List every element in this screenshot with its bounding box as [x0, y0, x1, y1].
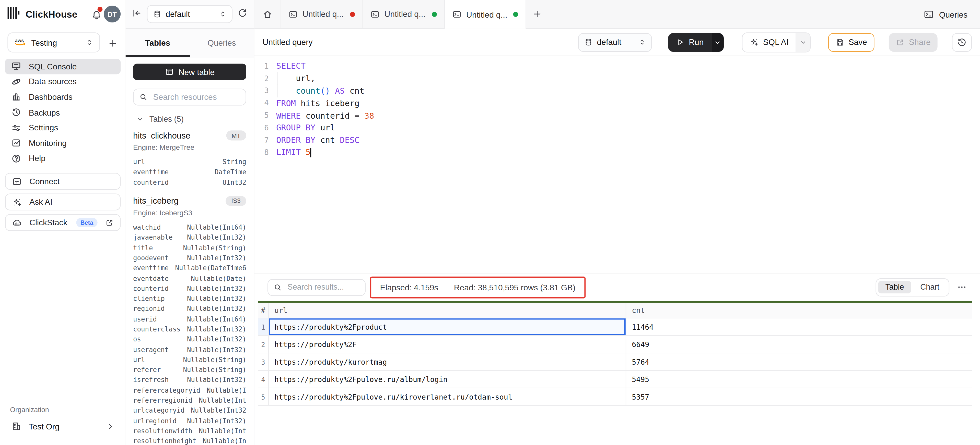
column-row[interactable]: clientip Nullable(Int32) — [133, 293, 246, 304]
org-switcher[interactable]: Test Org — [5, 418, 121, 434]
code-line[interactable]: 7ORDER BY cnt DESC — [255, 134, 980, 146]
code-line[interactable]: 2 url, — [255, 72, 980, 84]
cnt-cell[interactable]: 6649 — [626, 336, 972, 353]
row-number-cell[interactable]: 5 — [258, 388, 269, 405]
table-row[interactable]: 4 https://produkty%2Fpulove.ru/album/log… — [258, 371, 972, 388]
sql-ai-options-button[interactable] — [795, 33, 810, 51]
url-cell[interactable]: https://produkty%2Fpulove.ru/album/login — [269, 371, 626, 388]
cnt-cell[interactable]: 5495 — [626, 371, 972, 388]
column-row[interactable]: referer Nullable(String) — [133, 364, 246, 375]
results-search[interactable] — [267, 279, 366, 296]
column-row[interactable]: eventtime DateTime — [133, 167, 246, 177]
collapse-panel-button[interactable] — [132, 8, 142, 21]
row-number-cell[interactable]: 1 — [258, 318, 269, 335]
code-line[interactable]: 3 count() AS cnt — [255, 85, 980, 97]
column-row[interactable]: eventdate Nullable(Date) — [133, 273, 246, 283]
column-row[interactable]: isrefresh Nullable(Int32) — [133, 375, 246, 385]
url-cell[interactable]: https://produkty%2Fpulove.ru/kiroverlane… — [269, 388, 626, 405]
resource-search[interactable] — [133, 89, 246, 105]
column-row[interactable]: javaenable Nullable(Int32) — [133, 233, 246, 243]
new-table-button[interactable]: New table — [133, 64, 246, 80]
code-line[interactable]: 1SELECT — [255, 60, 980, 72]
table-row[interactable]: 2 https://produkty%2F 6649 — [258, 336, 972, 353]
run-options-button[interactable] — [712, 33, 724, 51]
query-title[interactable]: Untitled query — [262, 38, 313, 47]
url-cell[interactable]: https://produkty%2F — [269, 336, 626, 353]
column-row[interactable]: title Nullable(String) — [133, 242, 246, 253]
avatar[interactable]: DT — [104, 6, 121, 22]
sidebar-item-backups[interactable]: Backups — [5, 105, 121, 120]
column-row[interactable]: url Nullable(String) — [133, 355, 246, 364]
code-line[interactable]: 5WHERE counterid = 38 — [255, 109, 980, 122]
header-cnt[interactable]: cnt — [626, 303, 972, 318]
code-line[interactable]: 8LIMIT 5 — [255, 146, 980, 159]
cnt-cell[interactable]: 5764 — [626, 353, 972, 370]
sidebar-item-data-sources[interactable]: Data sources — [5, 74, 121, 89]
table-row[interactable]: 3 https://produkty/kurortmag 5764 — [258, 353, 972, 371]
editor-tab[interactable]: Untitled q... — [363, 0, 444, 28]
home-button[interactable] — [255, 0, 281, 28]
column-row[interactable]: eventtime Nullable(DateTime6 — [133, 263, 246, 273]
save-button[interactable]: Save — [828, 33, 875, 51]
share-button[interactable]: Share — [889, 33, 938, 51]
sql-editor[interactable]: 1SELECT2 url,3 count() AS cnt4FROM hits_… — [255, 56, 980, 273]
ask-ai-button[interactable]: Ask AI — [5, 193, 121, 210]
column-row[interactable]: counterclass Nullable(Int32) — [133, 324, 246, 334]
row-number-cell[interactable]: 4 — [258, 371, 269, 388]
queries-button[interactable]: Queries — [924, 0, 967, 29]
column-row[interactable]: regionid Nullable(Int32) — [133, 304, 246, 314]
code-line[interactable]: 4FROM hits_iceberg — [255, 97, 980, 109]
workspace-selector[interactable]: aws Testing — [7, 32, 100, 52]
results-more-button[interactable] — [957, 282, 967, 292]
column-row[interactable]: urlregionid Nullable(Int32) — [133, 415, 246, 426]
sql-ai-button[interactable]: SQL AI — [742, 33, 795, 51]
column-row[interactable]: referercategoryid Nullable(I — [133, 385, 246, 395]
column-row[interactable]: counterid UInt32 — [133, 177, 246, 187]
sidebar-item-sql-console[interactable]: SQL Console — [5, 59, 121, 74]
column-row[interactable]: refererregionid Nullable(Int — [133, 395, 246, 405]
brand[interactable]: ClickHouse — [7, 7, 77, 21]
resource-search-input[interactable] — [152, 92, 240, 103]
sidebar-item-help[interactable]: Help — [5, 151, 121, 166]
column-row[interactable]: urlcategoryid Nullable(Int32 — [133, 405, 246, 415]
add-workspace-button[interactable] — [106, 37, 119, 49]
sidebar-item-monitoring[interactable]: Monitoring — [5, 136, 121, 151]
column-row[interactable]: counterid Nullable(Int32) — [133, 283, 246, 293]
column-row[interactable]: watchid Nullable(Int64) — [133, 222, 246, 233]
notifications-button[interactable] — [89, 8, 103, 22]
cnt-cell[interactable]: 5357 — [626, 388, 972, 405]
run-button[interactable]: Run — [668, 33, 712, 51]
tab-tables[interactable]: Tables — [126, 29, 190, 57]
row-number-cell[interactable]: 2 — [258, 336, 269, 353]
column-row[interactable]: resolutionheight Nullable(In — [133, 436, 246, 445]
column-row[interactable]: os Nullable(Int32) — [133, 334, 246, 344]
header-row-number[interactable]: # — [258, 303, 269, 318]
table-row[interactable]: 1 https://produkty%2Fproduct 11464 — [258, 318, 972, 336]
sidebar-item-dashboards[interactable]: Dashboards — [5, 89, 121, 105]
database-selector[interactable]: default — [147, 5, 232, 23]
editor-tab[interactable]: Untitled q... — [444, 0, 526, 29]
url-cell[interactable]: https://produkty%2Fproduct — [269, 318, 626, 335]
column-row[interactable]: url String — [133, 157, 246, 167]
table-header[interactable]: hits_clickhouse MT — [133, 130, 246, 140]
cnt-cell[interactable]: 11464 — [626, 318, 972, 335]
tab-queries[interactable]: Queries — [189, 29, 254, 57]
editor-tab[interactable]: Untitled q... — [280, 0, 362, 28]
chart-view-button[interactable]: Chart — [913, 281, 947, 293]
column-row[interactable]: resolutionwidth Nullable(Int — [133, 426, 246, 436]
query-database-selector[interactable]: default — [578, 33, 652, 51]
refresh-button[interactable] — [238, 8, 248, 21]
header-url[interactable]: url — [269, 303, 626, 318]
column-row[interactable]: userid Nullable(Int64) — [133, 314, 246, 324]
new-tab-button[interactable] — [526, 0, 547, 28]
row-number-cell[interactable]: 3 — [258, 353, 269, 370]
connect-button[interactable]: Connect — [5, 173, 121, 190]
table-header[interactable]: hits_iceberg IS3 — [133, 196, 246, 206]
table-view-button[interactable]: Table — [878, 281, 912, 293]
url-cell[interactable]: https://produkty/kurortmag — [269, 353, 626, 370]
results-search-input[interactable] — [286, 282, 359, 292]
column-row[interactable]: goodevent Nullable(Int32) — [133, 253, 246, 263]
column-row[interactable]: useragent Nullable(Int32) — [133, 344, 246, 355]
tables-group-toggle[interactable]: Tables (5) — [133, 115, 246, 124]
query-history-button[interactable] — [952, 33, 972, 51]
